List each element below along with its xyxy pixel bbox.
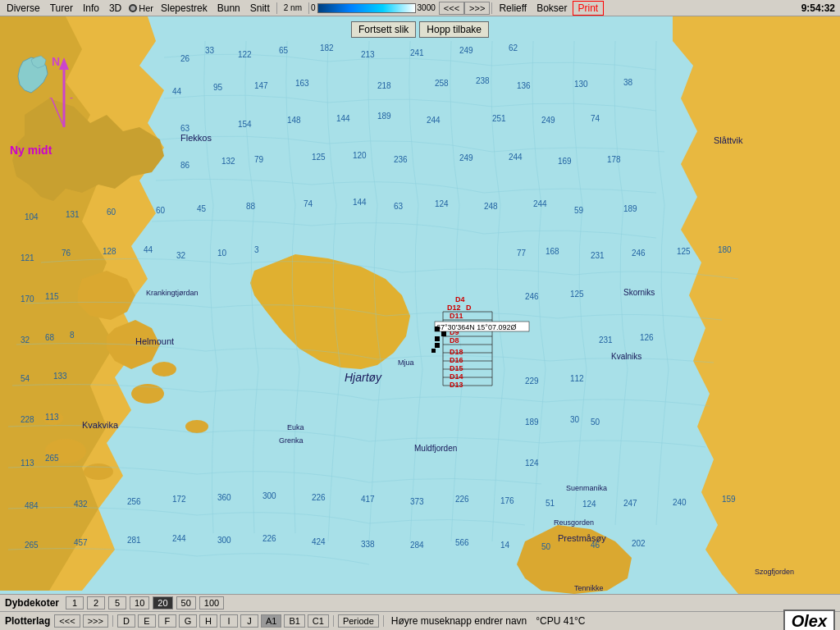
label-krankingtjord: Krankingtjørdan [146,289,199,297]
map-svg: 2633 12265182 213241 24962 4495 147163 2… [0,16,840,594]
svg-text:32: 32 [21,336,30,345]
depth-btn-10[interactable]: 10 [130,596,149,609]
menu-bunn[interactable]: Bunn [212,2,245,15]
depth-btn-100[interactable]: 100 [199,596,224,609]
depth-btn-1[interactable]: 1 [66,596,84,609]
svg-text:338: 338 [361,540,375,549]
svg-text:144: 144 [336,114,350,123]
menu-relieff[interactable]: Relieff [494,2,532,15]
svg-text:95: 95 [213,83,223,92]
svg-text:189: 189 [623,204,637,213]
svg-text:D15: D15 [450,364,463,372]
svg-text:32: 32 [176,251,186,260]
plotterlag-label: Plotterlag [5,615,50,627]
olex-logo: Olex [783,609,835,631]
svg-rect-152 [435,336,440,341]
label-kvakvika: Kvakvika [82,420,119,430]
svg-text:67°30'364N 15°07.092Ø: 67°30'364N 15°07.092Ø [436,323,517,331]
plot-btn-J[interactable]: J [240,614,258,628]
svg-text:D13: D13 [450,381,463,389]
svg-text:238: 238 [476,76,490,85]
menu-her-label: Her [139,3,153,13]
svg-text:432: 432 [74,500,88,509]
depth-btn-50[interactable]: 50 [176,596,196,609]
svg-text:258: 258 [435,79,449,88]
svg-text:112: 112 [570,374,584,383]
svg-text:244: 244 [172,534,186,543]
svg-text:213: 213 [361,50,375,59]
label-tennikke: Tennikke [574,584,604,592]
svg-rect-154 [431,349,436,353]
svg-point-2 [84,463,113,480]
fortsett-slik-btn[interactable]: Fortsett slik [351,21,416,38]
nav-right-btn[interactable]: >>> [464,2,490,15]
menu-slepestrek[interactable]: Slepestrek [156,2,212,15]
plot-btn-H[interactable]: H [199,614,217,628]
svg-text:133: 133 [53,372,67,381]
svg-text:62: 62 [509,43,518,52]
svg-text:54: 54 [21,374,30,383]
nav-left-btn[interactable]: <<< [439,2,464,15]
svg-text:51: 51 [546,499,555,508]
svg-text:182: 182 [320,43,334,52]
svg-text:154: 154 [238,120,252,129]
svg-text:131: 131 [66,210,80,219]
menu-bokser[interactable]: Bokser [532,2,572,15]
app: Diverse Turer Info 3D Her Slepestrek Bun… [0,0,840,630]
label-muldfjorden: Muldfjorden [414,444,457,453]
svg-text:50: 50 [541,542,551,551]
svg-text:113: 113 [45,413,59,422]
menu-turer[interactable]: Turer [45,2,78,15]
svg-text:168: 168 [546,247,559,256]
plot-btn-E[interactable]: E [138,614,156,628]
plot-btn-G[interactable]: G [179,614,197,628]
menu-snitt[interactable]: Snitt [245,2,275,15]
svg-text:30: 30 [570,415,580,424]
menu-diverse[interactable]: Diverse [2,2,45,15]
hopp-tilbake-btn[interactable]: Hopp tilbake [419,21,489,38]
svg-text:65: 65 [279,46,289,55]
svg-text:38: 38 [623,78,633,87]
plot-btn-I[interactable]: I [220,614,238,628]
svg-text:124: 124 [582,500,596,509]
svg-text:300: 300 [262,491,276,500]
label-euka: Euka [287,423,304,431]
svg-text:124: 124 [525,459,539,468]
svg-text:D11: D11 [450,312,463,320]
label-slattvik: Slåttvik [714,135,743,145]
plot-btn-F[interactable]: F [158,614,176,628]
svg-text:33: 33 [205,46,215,55]
svg-text:125: 125 [570,290,584,299]
svg-text:457: 457 [74,538,88,547]
plot-btn-D[interactable]: D [117,614,135,628]
menu-3d[interactable]: 3D [104,2,126,15]
map-container[interactable]: 2633 12265182 213241 24962 4495 147163 2… [0,16,840,594]
depth-btn-5[interactable]: 5 [108,596,126,609]
svg-text:122: 122 [238,50,252,59]
plot-btn-C1[interactable]: C1 [308,614,329,628]
depth-btn-2[interactable]: 2 [87,596,105,609]
map-overlay-buttons: Fortsett slik Hopp tilbake [351,21,489,38]
svg-text:229: 229 [525,377,539,386]
svg-text:44: 44 [172,87,182,96]
depth-btn-20[interactable]: 20 [153,596,172,609]
plot-nav-left[interactable]: <<< [54,614,80,628]
svg-text:14: 14 [500,541,510,550]
svg-text:231: 231 [599,336,613,345]
svg-text:172: 172 [172,495,186,504]
svg-text:44: 44 [144,245,153,254]
svg-text:8: 8 [70,331,75,340]
plot-btn-A1[interactable]: A1 [261,614,281,628]
menu-info[interactable]: Info [78,2,104,15]
svg-text:360: 360 [217,493,231,502]
plot-btn-B1[interactable]: B1 [284,614,304,628]
menu-print[interactable]: Print [573,1,605,16]
divider3 [491,2,492,14]
svg-text:136: 136 [517,81,531,90]
plot-nav-right[interactable]: >>> [83,614,108,628]
plot-periode-btn[interactable]: Periode [338,614,379,628]
her-radio[interactable]: Her [126,3,156,13]
svg-text:189: 189 [377,112,391,121]
svg-text:128: 128 [103,247,116,256]
svg-text:236: 236 [394,155,408,164]
